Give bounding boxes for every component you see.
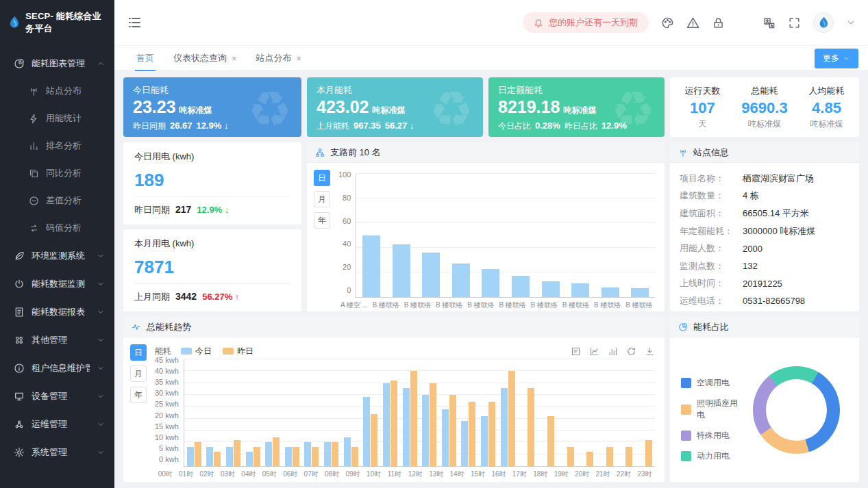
trend-bar-昨日[interactable] [528,388,534,466]
trend-bar-昨日[interactable] [606,447,613,466]
legend-item-昨日[interactable]: 昨日 [223,346,253,357]
trend-bar-今日[interactable] [304,442,311,466]
trend-bar-昨日[interactable] [488,402,495,466]
trend-bar-昨日[interactable] [351,447,358,466]
toggle-日[interactable]: 日 [130,344,147,361]
account-expiry-notice[interactable]: 您的账户还有一天到期 [523,12,649,33]
user-menu-chevron-icon[interactable] [846,18,856,27]
sidebar-subitem-minus-circle[interactable]: 差值分析 [0,187,114,214]
trend-bar-今日[interactable] [265,442,272,466]
trend-bar-今日[interactable] [461,421,468,466]
top10-bar[interactable] [602,287,619,297]
site-info-row: 用能人数：2000 [680,240,850,257]
trend-bar-今日[interactable] [383,383,390,466]
translate-icon[interactable] [762,16,776,29]
tab-close-icon[interactable]: × [297,54,302,63]
trend-bar-昨日[interactable] [234,440,240,466]
trend-bar-昨日[interactable] [547,416,554,466]
trend-bar-今日[interactable] [422,395,429,466]
barchart-icon[interactable] [608,346,618,357]
sidebar-item-report[interactable]: 能耗数据报表 [0,298,114,326]
trend-bar-昨日[interactable] [567,447,574,466]
sidebar-item-pie[interactable]: 能耗图表管理 [0,49,114,77]
top10-bar[interactable] [512,276,530,297]
tab-close-icon[interactable]: × [232,54,237,63]
tab-1[interactable]: 仪表状态查询× [164,45,247,71]
fullscreen-icon[interactable] [788,16,801,29]
trend-bar-今日[interactable] [403,388,410,466]
trend-bar-今日[interactable] [226,447,233,466]
trend-bar-今日[interactable] [246,452,253,466]
trend-bar-今日[interactable] [285,447,292,466]
trend-bar-昨日[interactable] [312,447,319,466]
trend-bar-今日[interactable] [344,437,351,466]
top10-bar[interactable] [422,253,440,297]
top10-bar[interactable] [542,281,560,297]
trend-bar-昨日[interactable] [332,442,338,466]
legend-item-今日[interactable]: 今日 [181,346,212,357]
sidebar-item-device[interactable]: 设备管理 [0,382,114,410]
trend-bar-昨日[interactable] [371,414,377,466]
skin-icon[interactable] [737,16,750,29]
toggle-年[interactable]: 年 [314,212,330,229]
warning-icon[interactable] [686,16,699,29]
sidebar-subitem-antenna[interactable]: 站点分布 [0,77,114,105]
download-icon[interactable] [645,346,655,357]
toggle-日[interactable]: 日 [314,170,330,186]
refresh-icon[interactable] [626,346,636,357]
top10-bar[interactable] [571,283,589,297]
trend-bar-昨日[interactable] [469,402,475,466]
trend-bar-昨日[interactable] [449,395,456,466]
top10-bar[interactable] [631,288,649,297]
top10-bar[interactable] [362,235,380,297]
toggle-月[interactable]: 月 [130,365,147,382]
trend-bar-今日[interactable] [363,397,370,466]
avatar[interactable] [813,12,834,33]
trend-bar-昨日[interactable] [625,447,632,466]
tab-0[interactable]: 首页 [127,45,164,71]
trend-bar-昨日[interactable] [390,381,397,466]
donut-legend-item-照明插座用电[interactable]: 照明插座用电 [681,398,746,421]
trend-bar-昨日[interactable] [508,371,515,466]
sidebar-subitem-bars[interactable]: 排名分析 [0,132,114,159]
top10-bar[interactable] [482,269,499,297]
top10-bar[interactable] [452,264,470,297]
trend-bar-昨日[interactable] [214,452,221,466]
dataview-icon[interactable] [571,346,581,357]
trend-bar-今日[interactable] [481,416,488,466]
palette-icon[interactable] [661,16,674,29]
sidebar-item-nodes[interactable]: 运维管理 [0,410,114,438]
more-button[interactable]: 更多 [815,49,858,68]
trend-bar-昨日[interactable] [253,447,260,466]
menu-fold-icon[interactable] [127,15,142,30]
donut-legend-item-空调用电[interactable]: 空调用电 [681,377,746,389]
linechart-icon[interactable] [589,346,599,357]
top10-bar[interactable] [393,244,410,297]
sidebar-subitem-copy[interactable]: 同比分析 [0,159,114,187]
toggle-月[interactable]: 月 [314,191,330,207]
trend-bar-昨日[interactable] [195,442,201,466]
trend-bar-今日[interactable] [187,447,194,466]
trend-bar-今日[interactable] [501,388,508,466]
sidebar-item-power[interactable]: 能耗数据监测 [0,270,114,298]
trend-bar-今日[interactable] [442,409,449,466]
sidebar-item-leaf[interactable]: 环境监测系统 [0,242,114,270]
trend-bar-昨日[interactable] [430,383,436,466]
sidebar-item-info[interactable]: 租户信息维护管理 [0,354,114,382]
toggle-年[interactable]: 年 [130,387,147,403]
lock-icon[interactable] [712,16,725,29]
trend-bar-昨日[interactable] [273,437,280,466]
trend-bar-昨日[interactable] [645,440,652,466]
sidebar-subitem-swap[interactable]: 码值分析 [0,214,114,242]
trend-bar-今日[interactable] [206,447,213,466]
sidebar-item-grid[interactable]: 其他管理 [0,326,114,354]
trend-bar-昨日[interactable] [586,452,593,466]
trend-bar-昨日[interactable] [410,371,417,466]
donut-legend-item-动力用电[interactable]: 动力用电 [681,450,746,462]
trend-bar-今日[interactable] [324,442,331,466]
sidebar-item-gear[interactable]: 系统管理 [0,438,114,466]
trend-bar-昨日[interactable] [293,447,299,466]
sidebar-subitem-bolt[interactable]: 用能统计 [0,105,114,132]
tab-2[interactable]: 站点分布× [247,45,312,71]
donut-legend-item-特殊用电[interactable]: 特殊用电 [681,430,746,441]
